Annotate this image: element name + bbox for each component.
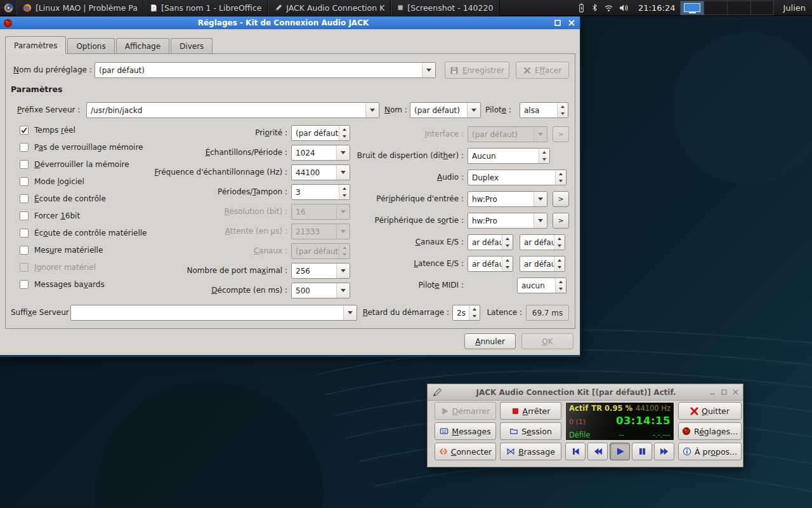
transport-rewind-button[interactable] [587, 443, 608, 460]
workspace-1[interactable] [680, 1, 704, 15]
spin-buttons[interactable] [539, 149, 549, 163]
combo-arrow-button[interactable] [365, 103, 379, 117]
close-button[interactable] [568, 20, 575, 27]
settings-dialog: Réglages - Kit de Connexion Audio JACK P… [0, 17, 580, 357]
maximize-button[interactable] [554, 20, 561, 27]
interface-combobox[interactable]: (par défaut) [468, 126, 547, 142]
delete-preset-button[interactable]: Effacer [516, 62, 569, 79]
driver-spinbox[interactable]: alsa [520, 102, 568, 118]
driver-label: Pilote : [485, 102, 511, 118]
midi-driver-spinbox[interactable]: aucun [517, 277, 566, 293]
tab-affichage[interactable]: Affichage [116, 38, 169, 53]
play-icon [441, 407, 449, 415]
dialog-titlebar[interactable]: Réglages - Kit de Connexion Audio JACK [0, 17, 580, 29]
wifi-icon[interactable] [603, 3, 614, 13]
taskbar-window-jack[interactable]: JACK Audio Connection Kit... [268, 0, 391, 16]
spin-buttons[interactable] [555, 278, 566, 293]
quit-x-icon [690, 407, 698, 415]
cancel-button[interactable]: Annuler [464, 333, 516, 349]
minimize-button[interactable] [710, 389, 716, 395]
input-device-combobox[interactable]: hw:Pro [468, 191, 547, 207]
spin-buttons[interactable] [502, 257, 513, 271]
taskbar-window-screenshot[interactable]: [Screenshot - 14022016 - 2... [391, 0, 500, 16]
spin-buttons[interactable] [554, 257, 565, 271]
transport-pause-button[interactable] [632, 443, 652, 460]
chevron-down-icon [538, 219, 543, 222]
session-button[interactable]: Session [500, 422, 561, 440]
quit-button[interactable]: Quitter [678, 402, 742, 420]
info-icon [683, 447, 691, 456]
spin-down-icon [559, 288, 563, 290]
patchbay-button[interactable]: Brassage [500, 443, 561, 460]
audio-spinbox[interactable]: Duplex [468, 170, 566, 185]
latency-out-spinbox[interactable]: ar défaut) [520, 256, 565, 272]
latency-in-spinbox[interactable]: ar défaut) [468, 256, 513, 272]
midi-driver-label: Pilote MIDI : [6, 277, 464, 293]
combo-arrow-button[interactable] [534, 192, 547, 206]
connect-button[interactable]: Connecter [435, 443, 496, 460]
ok-button[interactable]: OK [521, 333, 573, 349]
server-prefix-combobox[interactable]: /usr/bin/jackd [86, 102, 379, 118]
tab-divers[interactable]: Divers [171, 38, 213, 53]
volume-icon[interactable] [619, 3, 629, 13]
about-button[interactable]: À propos... [678, 443, 742, 460]
audio-label: Audio : [6, 170, 464, 185]
battery-icon[interactable] [577, 3, 586, 13]
folder-icon [509, 427, 518, 436]
output-device-more-button[interactable]: > [553, 213, 569, 229]
combo-arrow-button[interactable] [467, 103, 480, 117]
skip-to-start-icon [571, 447, 580, 456]
messages-button[interactable]: Messages [435, 422, 496, 440]
spin-buttons[interactable] [502, 235, 513, 250]
transport-rewind-to-start-button[interactable] [565, 443, 586, 460]
start-button[interactable]: Démarrer [435, 402, 496, 420]
output-device-combobox[interactable]: hw:Pro [468, 213, 547, 229]
combo-arrow-button[interactable] [422, 63, 435, 77]
chevron-down-icon [426, 69, 431, 72]
taskbar-window-libreoffice[interactable]: [Sans nom 1 - LibreOffice D... [143, 0, 268, 16]
dialog-title: Réglages - Kit de Connexion Audio JACK [13, 18, 554, 27]
screenshot-icon [397, 3, 403, 12]
spin-buttons[interactable] [554, 235, 565, 250]
taskbar-window-firefox[interactable]: [Linux MAO | Problème Pa... [16, 0, 143, 16]
input-device-more-button[interactable]: > [553, 191, 569, 207]
spin-buttons[interactable] [557, 103, 568, 117]
applications-menu-icon[interactable] [0, 0, 16, 16]
server-name-combobox[interactable]: (par défaut) [410, 102, 481, 118]
save-preset-button[interactable]: Enregistrer [445, 62, 509, 79]
spin-up-icon [506, 259, 509, 262]
server-prefix-label: Préfixe Serveur : [17, 102, 80, 118]
qjackctl-title: JACK Audio Connection Kit [(par défaut)]… [446, 388, 706, 397]
taskbar-window-label: [Linux MAO | Problème Pa... [36, 3, 137, 13]
clock[interactable]: 21:16:24 [633, 3, 680, 13]
channels-out-spinbox[interactable]: ar défaut) [520, 234, 565, 250]
close-button[interactable] [733, 389, 738, 395]
qjackctl-titlebar[interactable]: JACK Audio Connection Kit [(par défaut)]… [428, 384, 743, 401]
user-menu[interactable]: Julien [774, 3, 812, 13]
preset-combobox[interactable]: (par défaut) [95, 62, 436, 78]
qjackctl-icon [682, 427, 691, 436]
play-icon [615, 447, 625, 456]
tab-parametres[interactable]: Paramètres [5, 36, 66, 54]
interface-more-button[interactable]: > [553, 126, 569, 142]
channels-in-spinbox[interactable]: ar défaut) [468, 234, 513, 250]
transport-forward-button[interactable] [654, 443, 674, 460]
setup-button[interactable]: Réglages... [678, 422, 742, 440]
transport-play-button[interactable] [610, 443, 630, 460]
window-list: [Linux MAO | Problème Pa... [Sans nom 1 … [16, 0, 500, 16]
workspace-4[interactable] [750, 1, 774, 15]
spin-buttons[interactable] [555, 170, 566, 185]
patchbay-icon [506, 447, 515, 456]
chevron-down-icon [370, 109, 375, 112]
maximize-button[interactable] [721, 389, 727, 395]
stop-button[interactable]: Arrêter [500, 402, 561, 420]
bluetooth-icon[interactable] [591, 3, 599, 13]
workspace-3[interactable] [727, 1, 750, 15]
dsp-load: TR 0.95 % [591, 404, 632, 413]
messages-icon [440, 427, 449, 436]
dither-spinbox[interactable]: Aucun [468, 148, 550, 164]
tab-options[interactable]: Options [67, 38, 114, 53]
taskbar-window-label: [Screenshot - 14022016 - 2... [407, 3, 494, 13]
combo-arrow-button[interactable] [534, 213, 547, 228]
workspace-2[interactable] [704, 1, 727, 15]
